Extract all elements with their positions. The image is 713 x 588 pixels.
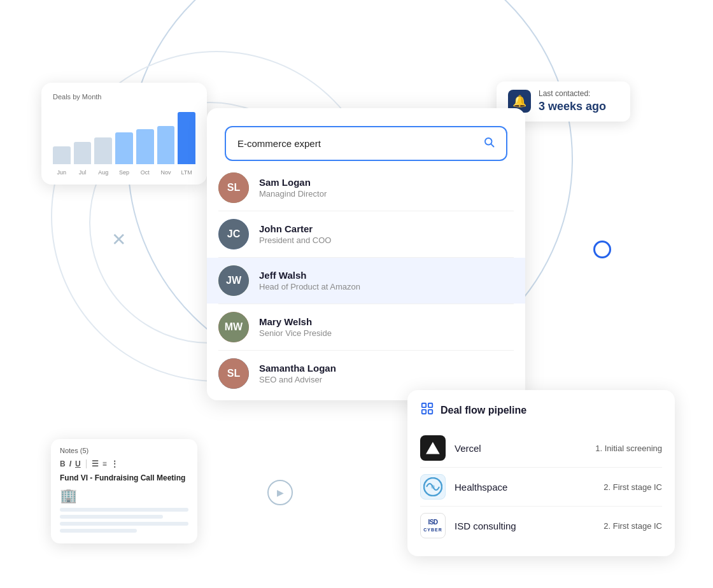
plus-decoration: ✕ [111,229,126,250]
pipeline-title: Deal flow pipeline [441,405,526,416]
contact-name: Mary Welsh [259,316,514,327]
search-icon [483,136,495,151]
company-name: Vercel [455,443,595,454]
contact-title: Managind Director [259,189,514,199]
chart-bar [74,142,92,164]
contact-item[interactable]: JWJeff WalshHead of Product at Amazon [207,258,525,304]
svg-rect-12 [422,403,426,407]
company-name: Healthspace [455,482,604,493]
contact-item[interactable]: JCJohn CarterPresident and COO [207,211,525,257]
svg-text:JW: JW [226,275,242,286]
list-button-3[interactable]: ⋮ [111,459,118,468]
pipeline-rows: Vercel1. Initial screeningHealthspace2. … [420,429,662,545]
chart-label: Sep [115,169,133,176]
svg-point-17 [431,485,435,489]
toolbar-divider [86,459,87,468]
avatar: SL [218,172,249,203]
chart-label: Jul [74,169,92,176]
scene: ✕ ▶ Deals by Month JunJulAugSepOctNovLTM… [0,0,713,588]
play-button[interactable]: ▶ [267,480,293,505]
chart-bar [94,137,112,164]
notes-header: Notes (5) [60,447,188,454]
notes-toolbar: B I U ☰ ≡ ⋮ [60,459,188,468]
avatar: SL [218,358,249,389]
svg-text:JC: JC [227,228,241,239]
building-icon: 🏢 [60,487,188,504]
svg-text:SL: SL [227,368,241,379]
contact-name: Jeff Walsh [259,270,514,281]
contact-list: SLSam LoganManagind DirectorJCJohn Carte… [207,161,525,400]
list-button-1[interactable]: ☰ [92,459,99,468]
svg-text:SL: SL [227,182,241,193]
chart-label: Aug [94,169,112,176]
chart-bar [115,132,133,164]
notes-title: Fund VI - Fundraising Call Meeting [60,473,188,482]
search-box[interactable] [225,126,507,161]
company-logo-vercel [420,435,446,461]
contact-name: Samantha Logan [259,363,514,374]
chart-bar [178,112,195,164]
notes-lines [60,508,188,533]
svg-rect-13 [428,403,432,407]
chart-bar [53,146,71,164]
pipeline-icon [420,402,434,419]
contact-title: Senior Vice Preside [259,328,514,338]
avatar: MW [218,312,249,342]
pipeline-header: Deal flow pipeline [420,402,662,419]
chart-labels: JunJulAugSepOctNovLTM [53,169,195,176]
company-logo-isd: ISDCYBER [420,513,446,538]
contact-name: Sam Logan [259,177,514,188]
avatar: JW [218,265,249,296]
svg-text:MW: MW [225,321,243,332]
notes-card: Notes (5) B I U ☰ ≡ ⋮ Fund VI - Fundrais… [51,439,197,543]
notes-line [60,508,188,512]
contact-item[interactable]: MWMary WelshSenior Vice Preside [207,304,525,350]
last-contacted-text: Last contacted: 3 weeks ago [539,89,606,114]
pipeline-row[interactable]: Vercel1. Initial screening [420,429,662,468]
deals-card-title: Deals by Month [53,93,195,101]
notes-line [60,522,188,526]
notes-line [60,515,163,519]
bold-button[interactable]: B [60,459,66,468]
chart-bar [136,129,154,164]
last-contacted-label: Last contacted: [539,89,606,99]
avatar: JC [218,219,249,249]
svg-rect-14 [422,410,426,414]
contact-title: President and COO [259,235,514,245]
search-card: SLSam LoganManagind DirectorJCJohn Carte… [207,108,525,400]
italic-button[interactable]: I [69,459,71,468]
chart-label: Oct [136,169,154,176]
last-contacted-value: 3 weeks ago [539,99,606,114]
chart-bars [53,107,195,164]
contact-item[interactable]: SLSam LoganManagind Director [207,165,525,211]
pipeline-row[interactable]: ISDCYBERISD consulting2. First stage IC [420,507,662,545]
contact-title: Head of Product at Amazon [259,282,514,291]
svg-rect-15 [428,410,432,414]
pipeline-stage: 1. Initial screening [595,444,662,453]
search-input[interactable] [237,138,483,149]
chart-label: Jun [53,169,71,176]
contact-title: SEO and Adviser [259,375,514,384]
chart-label: LTM [178,169,195,176]
company-logo-healthspace [420,474,446,500]
contact-name: John Carter [259,223,514,234]
chart-label: Nov [157,169,175,176]
pipeline-row[interactable]: Healthspace2. First stage IC [420,468,662,507]
notes-line [60,529,137,533]
pipeline-card: Deal flow pipeline Vercel1. Initial scre… [407,390,675,556]
circle-decoration [593,241,611,258]
svg-line-1 [491,144,493,146]
chart-bar [157,126,175,164]
pipeline-stage: 2. First stage IC [604,521,662,531]
deals-by-month-card: Deals by Month JunJulAugSepOctNovLTM [41,83,207,185]
company-name: ISD consulting [455,521,604,531]
underline-button[interactable]: U [75,459,81,468]
pipeline-stage: 2. First stage IC [604,482,662,492]
list-button-2[interactable]: ≡ [102,459,107,468]
